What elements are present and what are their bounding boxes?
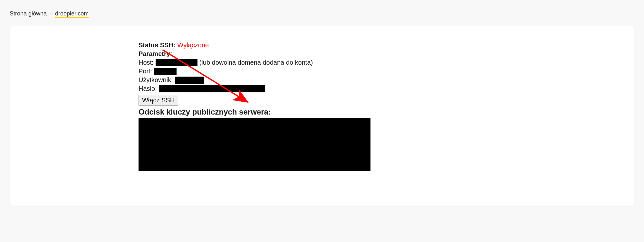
ssh-status-label: Status SSH:	[139, 41, 175, 50]
redacted-fingerprint-block	[139, 118, 370, 171]
main-card: Status SSH: Wyłączone Parametry: Host: (…	[10, 26, 634, 206]
enable-ssh-button[interactable]: Włącz SSH	[139, 95, 178, 106]
ssh-host-note: (lub dowolna domena dodana do konta)	[199, 58, 313, 67]
redacted-host-value	[156, 59, 197, 66]
redacted-password-value	[159, 85, 265, 92]
breadcrumb-current: droopler.com	[55, 10, 89, 17]
redacted-port-value	[154, 68, 177, 75]
ssh-status-value: Wyłączone	[177, 41, 209, 50]
redacted-user-value	[175, 77, 204, 84]
ssh-user-label: Użytkownik:	[139, 76, 173, 84]
breadcrumb: Strona główna › droopler.com	[10, 10, 634, 17]
breadcrumb-separator-icon: ›	[50, 10, 52, 17]
ssh-host-label: Host:	[139, 58, 154, 67]
breadcrumb-home[interactable]: Strona główna	[10, 10, 47, 17]
ssh-port-label: Port:	[139, 67, 152, 76]
ssh-panel: Status SSH: Wyłączone Parametry: Host: (…	[139, 41, 615, 171]
ssh-password-label: Hasło:	[139, 84, 157, 93]
ssh-params-label: Parametry:	[139, 50, 172, 58]
fingerprint-heading: Odcisk kluczy publicznych serwera:	[139, 107, 615, 116]
